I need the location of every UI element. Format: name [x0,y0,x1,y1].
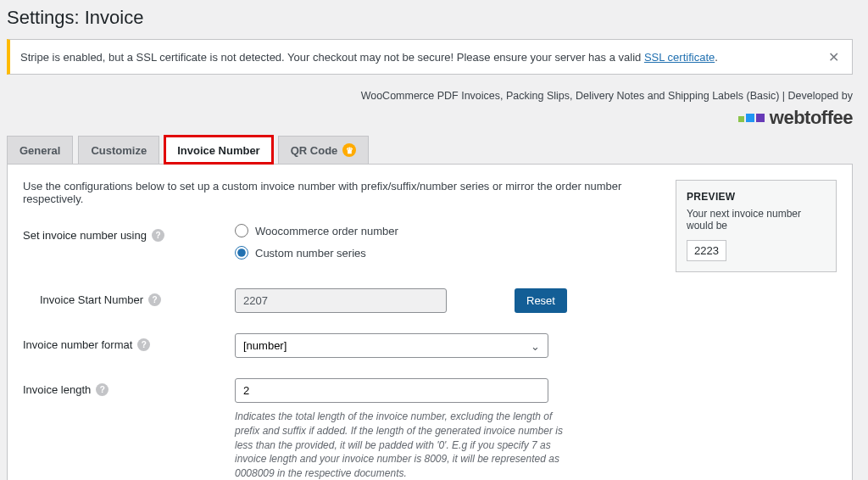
invoice-length-input[interactable] [235,378,548,403]
settings-panel: Use the configurations below to set up a… [7,164,853,480]
radio-woocommerce-label: Woocommerce order number [255,225,398,237]
format-label: Invoice number format ? [23,333,235,351]
help-icon[interactable]: ? [137,338,150,351]
crown-icon: ♛ [342,143,356,157]
help-icon[interactable]: ? [96,383,108,396]
tab-qr-code-label: QR Code [291,144,338,157]
notice-text-after: . [715,51,718,64]
tab-general[interactable]: General [7,136,73,164]
radio-custom-label: Custom number series [255,247,366,260]
tab-invoice-number[interactable]: Invoice Number [164,136,273,164]
settings-tabs: General Customize Invoice Number QR Code… [7,136,853,164]
logo-text: webtoffee [770,107,853,129]
start-number-label: Invoice Start Number ? [23,288,235,306]
radio-custom-input[interactable] [235,246,248,260]
close-icon: ✕ [828,49,839,65]
preview-desc: Your next invoice number would be [687,208,826,232]
tab-customize[interactable]: Customize [78,136,159,164]
logo-icon [738,114,765,122]
ssl-certificate-link[interactable]: SSL certificate [644,51,715,64]
developed-by-line: WooCommerce PDF Invoices, Packing Slips,… [7,90,853,102]
radio-woocommerce-input[interactable] [235,224,248,237]
reset-button[interactable]: Reset [515,288,567,313]
invoice-start-number-input[interactable] [235,288,447,313]
preview-box: PREVIEW Your next invoice number would b… [676,180,837,272]
length-help-text: Indicates the total length of the invoic… [235,410,574,480]
webtoffee-logo: webtoffee [738,107,853,129]
dismiss-notice-button[interactable]: ✕ [825,48,842,65]
ssl-notice: Stripe is enabled, but a SSL certificate… [7,39,853,75]
help-icon[interactable]: ? [148,293,161,306]
help-icon[interactable]: ? [152,229,164,242]
preview-number: 2223 [687,240,726,261]
intro-text: Use the configurations below to set up a… [23,180,659,205]
notice-text-before: Stripe is enabled, but a SSL certificate… [20,51,644,64]
radio-custom[interactable]: Custom number series [235,246,591,260]
preview-title: PREVIEW [687,191,826,203]
notice-text: Stripe is enabled, but a SSL certificate… [20,51,718,64]
page-title: Settings: Invoice [7,0,853,39]
tab-qr-code[interactable]: QR Code ♛ [278,136,370,164]
radio-woocommerce[interactable]: Woocommerce order number [235,224,591,237]
length-label: Invoice length ? [23,378,235,396]
set-using-label: Set invoice number using ? [23,224,235,242]
invoice-format-select[interactable]: [number] [235,333,548,358]
